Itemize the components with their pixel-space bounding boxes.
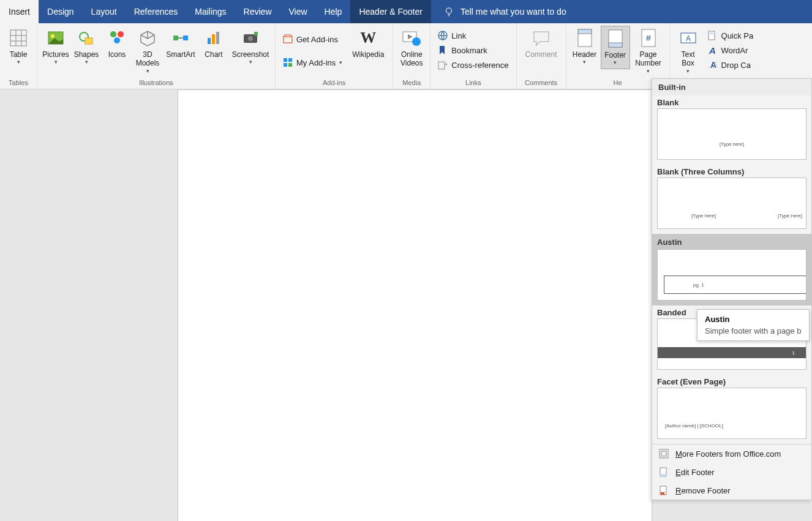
- wikipedia-button[interactable]: W Wikipedia: [347, 26, 389, 61]
- remove-icon: [658, 485, 669, 496]
- tab-layout[interactable]: Layout: [83, 0, 126, 23]
- label: Drop Ca: [721, 61, 751, 70]
- tell-me-label: Tell me what you want to do: [461, 7, 566, 17]
- svg-point-0: [446, 8, 451, 13]
- bookmark-icon: [438, 45, 448, 55]
- tab-help[interactable]: Help: [316, 0, 351, 23]
- tab-design[interactable]: Design: [39, 0, 83, 23]
- link-button[interactable]: Link: [434, 28, 512, 43]
- gallery-item-title: Facet (Even Page): [652, 375, 811, 388]
- preview-placeholder: [Type here]: [691, 213, 716, 219]
- icons-button[interactable]: Icons: [102, 26, 132, 61]
- label: 3D Models: [136, 50, 160, 68]
- preview-placeholder: [Type here]: [778, 213, 802, 219]
- tab-references[interactable]: References: [126, 0, 187, 23]
- text-box-button[interactable]: A Text Box ▾: [674, 26, 703, 77]
- bookmark-button[interactable]: Bookmark: [434, 43, 512, 58]
- group-label-tables: Tables: [9, 79, 28, 88]
- quickparts-icon: [708, 31, 718, 40]
- more-footers-command[interactable]: More Footers from Office.com: [652, 444, 811, 463]
- ribbon-tabs: Insert Design Layout References Mailings…: [0, 0, 812, 23]
- preview-band: [658, 347, 806, 358]
- comment-button[interactable]: Comment: [521, 26, 562, 61]
- tab-view[interactable]: View: [280, 0, 316, 23]
- chevron-down-icon: ▾: [339, 59, 342, 66]
- textbox-icon: A: [679, 28, 698, 48]
- gallery-tooltip: Austin Simple footer with a page b: [697, 309, 810, 341]
- chevron-down-icon: ▾: [85, 59, 88, 66]
- preview-page-number: 1: [792, 350, 795, 356]
- document-page[interactable]: [178, 89, 652, 521]
- svg-rect-12: [212, 34, 215, 44]
- preview-page-number: pg. 1: [693, 282, 704, 288]
- dropcap-icon: A: [708, 60, 718, 70]
- label: Bookmark: [451, 46, 487, 55]
- online-videos-button[interactable]: Online Videos: [397, 26, 426, 70]
- group-addins: Get Add-ins My Add-ins ▾ W Wikipedia Add…: [276, 23, 393, 89]
- chart-icon: [204, 28, 224, 48]
- tooltip-description: Simple footer with a page b: [705, 326, 802, 335]
- label: Online Videos: [400, 50, 423, 68]
- gallery-item-title: Austin: [657, 238, 806, 249]
- wordart-button[interactable]: A WordAr: [704, 43, 757, 58]
- gallery-section-builtin: Built-in: [652, 79, 811, 96]
- group-label-addins: Add-ins: [323, 79, 345, 88]
- gallery-item-title: Blank: [652, 96, 811, 108]
- lightbulb-icon: [443, 6, 454, 17]
- wikipedia-icon: W: [358, 28, 378, 48]
- store-icon: [283, 34, 293, 44]
- label: Chart: [205, 50, 222, 59]
- label: Shapes: [74, 50, 99, 59]
- gallery-item-blank[interactable]: [Type here]: [652, 108, 811, 165]
- tab-review[interactable]: Review: [235, 0, 280, 23]
- group-label-illustrations: Illustrations: [139, 79, 173, 88]
- label: Edit Footer: [675, 468, 715, 477]
- label: Header: [573, 50, 596, 59]
- tab-header-footer[interactable]: Header & Footer: [350, 0, 431, 23]
- svg-rect-10: [183, 36, 188, 40]
- chevron-down-icon: ▾: [17, 59, 20, 66]
- gallery-item-blank-three-columns[interactable]: [Type here] [Type here]: [652, 178, 811, 234]
- gallery-item-facet-even[interactable]: [Author name] | [SCHOOL]: [652, 388, 811, 444]
- remove-footer-command[interactable]: Remove Footer: [652, 481, 811, 500]
- label: Screenshot: [232, 50, 269, 59]
- tab-insert[interactable]: Insert: [0, 0, 39, 23]
- shapes-button[interactable]: Shapes ▾: [72, 26, 101, 68]
- label: Comment: [525, 50, 557, 59]
- preview-border: [664, 275, 806, 294]
- group-illustrations: Pictures ▾ Shapes ▾ Icons 3D Models ▾ Sm…: [37, 23, 276, 89]
- office-icon: [658, 448, 669, 459]
- screenshot-button[interactable]: Screenshot ▾: [230, 26, 271, 68]
- quick-parts-button[interactable]: Quick Pa: [704, 28, 757, 43]
- edit-footer-command[interactable]: Edit Footer: [652, 463, 811, 481]
- get-addins-button[interactable]: Get Add-ins: [279, 32, 346, 47]
- label: Wikipedia: [352, 50, 384, 59]
- table-button[interactable]: Table ▾: [4, 26, 33, 68]
- svg-rect-1: [10, 30, 26, 46]
- my-addins-button[interactable]: My Add-ins ▾: [279, 55, 346, 70]
- smartart-button[interactable]: SmartArt: [164, 26, 198, 61]
- chart-button[interactable]: Chart: [199, 26, 228, 61]
- footer-button[interactable]: Footer ▾: [601, 26, 630, 69]
- svg-rect-9: [173, 36, 178, 40]
- label: Icons: [108, 50, 126, 59]
- svg-point-7: [118, 31, 124, 37]
- pictures-button[interactable]: Pictures ▾: [41, 26, 70, 68]
- header-button[interactable]: Header ▾: [570, 26, 600, 68]
- svg-point-23: [412, 37, 421, 46]
- label: Get Add-ins: [296, 35, 338, 44]
- gallery-item-austin[interactable]: Austin pg. 1: [652, 234, 811, 305]
- svg-rect-19: [288, 58, 292, 62]
- tab-mailings[interactable]: Mailings: [186, 0, 235, 23]
- 3d-models-button[interactable]: 3D Models ▾: [133, 26, 162, 77]
- cross-reference-button[interactable]: Cross-reference: [434, 58, 512, 72]
- comment-icon: [532, 28, 551, 48]
- svg-rect-11: [208, 38, 211, 44]
- drop-cap-button[interactable]: A Drop Ca: [704, 58, 757, 72]
- tell-me-search[interactable]: Tell me what you want to do: [431, 0, 566, 23]
- chevron-down-icon: ▾: [146, 68, 149, 75]
- svg-rect-13: [216, 32, 219, 44]
- footer-icon: [606, 29, 625, 48]
- chevron-down-icon: ▾: [55, 59, 58, 66]
- page-number-button[interactable]: # Page Number ▾: [631, 26, 666, 77]
